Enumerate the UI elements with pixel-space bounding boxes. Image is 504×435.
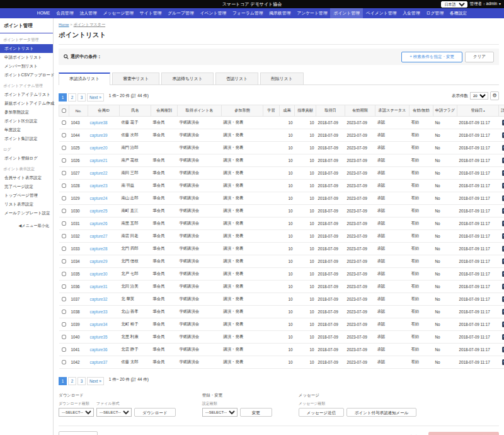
member-id-link[interactable]: capture34 xyxy=(90,322,108,327)
delete-checked-button[interactable]: チェックしたアイテムを削除 xyxy=(428,432,499,435)
member-id-link[interactable]: capture22 xyxy=(90,171,108,175)
nav-item-ペイメント管理[interactable]: ペイメント管理 xyxy=(363,8,399,18)
select-all-checkbox[interactable] xyxy=(62,108,66,113)
tab-否認リスト[interactable]: 否認リスト xyxy=(215,72,258,84)
member-id-link[interactable]: capture28 xyxy=(90,246,108,251)
nav-item-イベント管理[interactable]: イベント管理 xyxy=(197,8,229,18)
page-button-2[interactable]: 2 xyxy=(68,93,76,102)
member-id-link[interactable]: capture20 xyxy=(90,146,108,150)
filter-clear-button[interactable]: クリア xyxy=(465,52,494,62)
member-id-link[interactable]: capture33 xyxy=(90,310,108,314)
row-checkbox[interactable] xyxy=(62,234,66,238)
sidebar-item[interactable]: 参加形態設定 xyxy=(0,108,53,117)
row-checkbox[interactable] xyxy=(62,146,66,150)
nav-item-法人管理[interactable]: 法人管理 xyxy=(76,8,100,18)
sidebar-item[interactable]: リスト表示設定 xyxy=(0,200,53,209)
member-id-link[interactable]: capture24 xyxy=(90,196,108,200)
sidebar-item[interactable]: ポイント登録ログ xyxy=(0,154,53,163)
member-id-link[interactable]: capture37 xyxy=(90,360,108,364)
breadcrumb-home-link[interactable]: Home xyxy=(59,22,69,26)
nav-item-サイト管理[interactable]: サイト管理 xyxy=(137,8,164,18)
row-checkbox[interactable] xyxy=(62,196,66,200)
next-page-button[interactable]: Next » xyxy=(87,93,104,102)
row-checkbox[interactable] xyxy=(62,158,66,163)
member-id-link[interactable]: capture35 xyxy=(90,335,108,339)
nav-item-フォーラム管理[interactable]: フォーラム管理 xyxy=(229,8,266,18)
send-message-button[interactable]: メッセージ送信 xyxy=(299,408,344,417)
sidebar-item[interactable]: ポイント集計設定 xyxy=(0,134,53,143)
tab-削除リスト[interactable]: 削除リスト xyxy=(260,72,303,84)
member-id-link[interactable]: capture36 xyxy=(90,347,108,352)
row-checkbox[interactable] xyxy=(62,310,66,314)
nav-item-HOME[interactable]: HOME xyxy=(34,8,53,18)
row-checkbox[interactable] xyxy=(62,297,66,301)
sidebar-item[interactable]: メールテンプレート設定 xyxy=(0,209,53,218)
nav-item-ポイント管理[interactable]: ポイント管理 xyxy=(330,8,362,18)
nav-item-入金管理[interactable]: 入金管理 xyxy=(399,8,423,18)
breadcrumb-current-link[interactable]: ポイントマスター xyxy=(74,22,106,26)
row-checkbox[interactable] xyxy=(62,209,66,213)
member-id-link[interactable]: capture23 xyxy=(90,183,108,188)
gear-icon[interactable]: ⚙ xyxy=(490,91,499,100)
member-id-link[interactable]: capture21 xyxy=(90,158,108,163)
page-button-3[interactable]: 3 xyxy=(77,93,86,102)
nav-item-掲示板管理[interactable]: 掲示板管理 xyxy=(266,8,294,18)
nav-item-各種設定[interactable]: 各種設定 xyxy=(447,8,470,18)
sidebar-item[interactable]: ポイント区分設定 xyxy=(0,117,53,125)
member-id-link[interactable]: capture38 xyxy=(90,120,108,125)
row-checkbox[interactable] xyxy=(62,183,66,188)
nav-item-グループ管理[interactable]: グループ管理 xyxy=(164,8,197,18)
row-checkbox[interactable] xyxy=(62,221,66,226)
row-checkbox[interactable] xyxy=(62,335,66,339)
row-checkbox[interactable] xyxy=(62,171,66,175)
nav-item-会員管理[interactable]: 会員管理 xyxy=(53,8,76,18)
page-button-3[interactable]: 3 xyxy=(77,377,86,385)
setting-type-select[interactable]: ---SELECT--- xyxy=(202,408,238,417)
download-type-select[interactable]: ---SELECT--- xyxy=(59,408,94,417)
member-id-link[interactable]: capture30 xyxy=(90,272,108,276)
admin-menu[interactable]: 管理者：admin ▼ xyxy=(470,1,501,7)
sidebar-item[interactable]: ポイントCSVアップロード xyxy=(0,71,53,79)
row-checkbox[interactable] xyxy=(62,246,66,251)
row-checkbox[interactable] xyxy=(62,120,66,125)
nav-item-メッセージ管理[interactable]: メッセージ管理 xyxy=(100,8,137,18)
page-button-1[interactable]: 1 xyxy=(59,93,67,102)
row-checkbox[interactable] xyxy=(62,284,66,289)
sidebar-item[interactable]: 会員サイト表示設定 xyxy=(0,173,53,182)
sidebar-item[interactable]: 完了ページ設定 xyxy=(0,182,53,191)
tab-承認済みリスト[interactable]: 承認済みリスト xyxy=(59,72,110,85)
display-count-select[interactable]: 20 xyxy=(470,92,488,100)
member-id-link[interactable]: capture27 xyxy=(90,234,108,238)
tab-承認待ちリスト[interactable]: 承認待ちリスト xyxy=(161,72,213,84)
row-checkbox[interactable] xyxy=(62,133,66,137)
sidebar-item[interactable]: 申請ポイントリスト xyxy=(0,53,53,62)
tab-審査中リスト[interactable]: 審査中リスト xyxy=(112,72,159,84)
member-id-link[interactable]: capture26 xyxy=(90,221,108,226)
member-id-link[interactable]: capture39 xyxy=(90,133,108,137)
sidebar-item[interactable]: 新規ポイントアイテム作成 xyxy=(0,99,53,108)
row-checkbox[interactable] xyxy=(62,360,66,364)
sidebar-item[interactable]: ポイントリスト xyxy=(0,44,53,53)
clear-button[interactable]: クリア xyxy=(59,431,98,435)
row-checkbox[interactable] xyxy=(62,259,66,264)
sidebar-item[interactable]: 年度設定 xyxy=(0,125,53,134)
page-button-1[interactable]: 1 xyxy=(59,377,67,385)
row-checkbox[interactable] xyxy=(62,347,66,352)
member-id-link[interactable]: capture29 xyxy=(90,259,108,264)
page-button-2[interactable]: 2 xyxy=(68,377,76,385)
nav-item-アンケート管理[interactable]: アンケート管理 xyxy=(294,8,330,18)
sidebar-item[interactable]: ポイントアイテムリスト xyxy=(0,90,53,99)
download-button[interactable]: ダウンロード xyxy=(134,408,176,417)
member-id-link[interactable]: capture25 xyxy=(90,209,108,213)
sidebar-item[interactable]: メンバー別リスト xyxy=(0,62,53,71)
row-checkbox[interactable] xyxy=(62,322,66,327)
search-condition-button[interactable]: + 検索条件を指定・変更 xyxy=(401,52,462,62)
language-select[interactable]: 日本語 xyxy=(441,1,467,8)
sidebar-minimize-button[interactable]: ◀メニュー最小化 xyxy=(0,218,53,235)
sidebar-item[interactable]: トップページ管理 xyxy=(0,191,53,200)
change-button[interactable]: 変更 xyxy=(240,408,272,417)
member-id-link[interactable]: capture31 xyxy=(90,284,108,289)
next-page-button[interactable]: Next » xyxy=(87,377,104,385)
row-checkbox[interactable] xyxy=(62,272,66,276)
nav-item-ログ管理[interactable]: ログ管理 xyxy=(423,8,447,18)
